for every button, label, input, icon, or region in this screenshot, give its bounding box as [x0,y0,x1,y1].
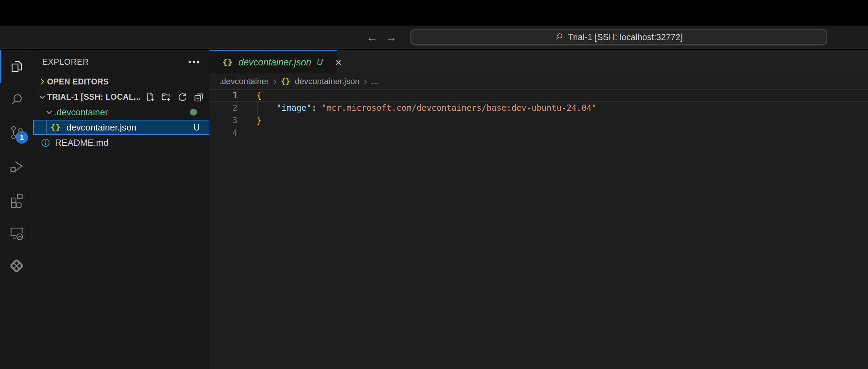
tree-item-devcontainer-folder[interactable]: .devcontainer [33,105,209,120]
remote-explorer-icon [8,224,25,241]
files-icon [8,58,25,75]
code-line[interactable]: 2 "image": "mcr.microsoft.com/devcontain… [209,102,868,114]
chevron-right-icon: › [364,76,367,87]
breadcrumb-folder[interactable]: .devcontainer [219,76,269,86]
more-actions-icon [188,60,200,64]
back-button[interactable]: ← [366,32,378,43]
window-title: Trial-1 [SSH: localhost:32772] [568,32,682,42]
new-file-icon [145,92,155,102]
new-file-button[interactable] [145,92,155,102]
breadcrumb-file[interactable]: devcontainer.json [295,76,360,86]
search-icon [8,91,25,108]
collapse-all-icon [193,92,204,102]
json-file-icon: {} [223,58,233,67]
file-name: devcontainer.json [66,122,136,133]
activity-containers[interactable] [0,249,33,282]
explorer-sidebar: EXPLORER OPEN EDITORS TRIAL-1 [SSH: LOCA… [33,50,209,369]
activity-bar: 1 [0,50,33,369]
collapse-all-button[interactable] [193,92,204,102]
code-editor[interactable]: 1 { 2 "image": "mcr.microsoft.com/devcon… [209,89,868,369]
code-line[interactable]: 1 { [209,89,868,102]
git-status-letter: U [193,123,200,133]
section-workspace[interactable]: TRIAL-1 [SSH: LOCAL... [33,89,209,105]
open-editors-label: OPEN EDITORS [47,77,109,87]
activity-remote-explorer[interactable] [0,216,33,249]
activity-source-control[interactable]: 1 [0,116,33,150]
activity-explorer[interactable] [0,50,33,83]
command-center[interactable]: Trial-1 [SSH: localhost:32772] [410,29,827,45]
line-number[interactable]: 4 [209,127,237,139]
refresh-button[interactable] [177,92,188,102]
refresh-icon [177,92,188,102]
tab-label: devcontainer.json [238,57,311,68]
git-modified-dot [190,109,197,116]
workspace-actions [145,89,204,105]
markdown-info-icon [41,138,50,147]
activity-extensions[interactable] [0,183,33,216]
code-line[interactable]: 3 } [209,114,868,127]
tree-item-readme[interactable]: README.md [33,135,209,150]
chevron-down-icon [44,108,54,117]
new-folder-icon [161,92,171,102]
sidebar-title: EXPLORER [42,57,89,67]
extensions-icon [8,191,25,208]
more-actions-button[interactable] [188,50,200,74]
new-folder-button[interactable] [161,92,171,102]
tree-item-devcontainer-json[interactable]: {} devcontainer.json U [33,120,209,135]
containers-icon [8,258,25,274]
workspace-label: TRIAL-1 [SSH: LOCAL... [47,92,141,102]
tab-git-status: U [317,57,323,67]
breadcrumb-symbol[interactable]: ... [372,76,379,86]
line-number[interactable]: 2 [209,102,237,114]
line-number[interactable]: 3 [209,114,237,127]
tab-strip: {} devcontainer.json U × [209,50,868,73]
json-file-icon: {} [51,123,61,132]
activity-search[interactable] [0,83,33,116]
activity-run-debug[interactable] [0,150,33,183]
sidebar-header: EXPLORER [33,50,209,74]
file-name: README.md [55,137,109,148]
code-line[interactable]: 4 [209,127,868,139]
chevron-right-icon [37,77,47,86]
debug-icon [8,158,25,174]
folder-name: .devcontainer [54,107,108,118]
history-nav: ← → [366,26,397,48]
tab-devcontainer-json[interactable]: {} devcontainer.json U × [209,50,337,73]
breadcrumb: .devcontainer › {} devcontainer.json › .… [209,73,868,89]
line-number[interactable]: 1 [209,90,237,101]
chevron-down-icon [37,92,47,101]
close-icon[interactable]: × [335,57,342,68]
search-icon [555,33,564,42]
macos-menubar-area [0,0,868,26]
section-open-editors[interactable]: OPEN EDITORS [33,74,209,89]
tree-indent-guide [46,120,47,135]
editor-group: {} devcontainer.json U × .devcontainer ›… [209,50,868,369]
json-file-icon: {} [281,77,290,86]
chevron-right-icon: › [273,76,277,87]
source-control-badge: 1 [16,131,28,144]
forward-button[interactable]: → [385,32,397,43]
